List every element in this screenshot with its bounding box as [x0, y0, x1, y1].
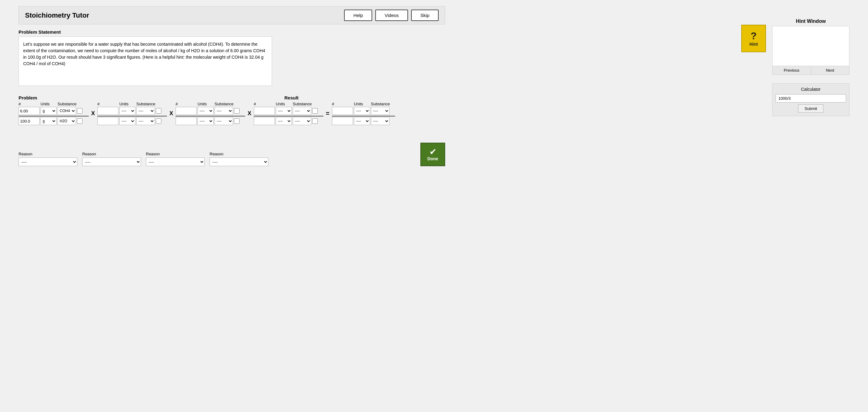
hint-prev-button[interactable]: Previous	[773, 66, 811, 74]
col-units-1: Units	[119, 102, 135, 106]
result-row2-subst[interactable]: ----COH4H2O	[371, 117, 390, 125]
frac2-row2-checkbox[interactable]	[234, 118, 240, 124]
calculator-title: Calculator	[776, 87, 846, 92]
col-units-3: Units	[276, 102, 292, 106]
frac3-row2-subst[interactable]: ----COH4H2O	[293, 117, 311, 125]
given-row2-subst[interactable]: H2OCOH4	[58, 117, 76, 125]
operator-x-3: X	[245, 110, 254, 117]
col-substance-0: Substance	[58, 102, 82, 106]
col-hash-1: #	[97, 102, 118, 106]
result-label: Result	[284, 95, 299, 100]
frac1-row2-subst[interactable]: ----COH4H2O	[136, 117, 155, 125]
hint-button-label: Hint	[749, 42, 757, 47]
frac3-row1-checkbox[interactable]	[312, 108, 318, 114]
col-hash-2: #	[176, 102, 196, 106]
app-header: Stoichiometry Tutor Help Videos Skip	[19, 6, 445, 24]
reason-select-2[interactable]: ----GivenMolar massUnit conversion	[82, 158, 141, 166]
frac3-row1-num[interactable]	[254, 107, 275, 115]
problem-statement-section: Problem Statement Let's suppose we are r…	[19, 29, 445, 86]
frac1-row1-unit[interactable]: ----gkgmol	[119, 107, 135, 115]
frac3-row2-unit[interactable]: ----gkgmol	[276, 117, 292, 125]
reason-select-1[interactable]: ----GivenMolar massUnit conversion	[19, 158, 77, 166]
result-row1-subst[interactable]: ----COH4H2O	[371, 107, 390, 115]
done-button[interactable]: ✔ Done	[421, 143, 445, 166]
hint-display-box	[772, 26, 849, 66]
col-units-2: Units	[197, 102, 214, 106]
hint-button[interactable]: ? Hint	[741, 25, 766, 52]
result-column: # Units Substance ----gkgmol ----COH4H2O	[332, 102, 395, 126]
question-mark-icon: ?	[748, 30, 759, 42]
result-row2-unit[interactable]: ----gkgmol	[354, 117, 370, 125]
given-row1-checkbox[interactable]	[77, 108, 83, 114]
result-row2-num[interactable]	[332, 117, 353, 125]
frac1-row1-checkbox[interactable]	[156, 108, 161, 114]
col-substance-2: Substance	[215, 102, 239, 106]
problem-statement-title: Problem Statement	[19, 29, 445, 35]
col-substance-result: Substance	[371, 102, 395, 106]
done-label: Done	[428, 156, 438, 161]
col-substance-1: Substance	[136, 102, 160, 106]
result-row1-unit[interactable]: ----gkgmol	[354, 107, 370, 115]
col-hash-result: #	[332, 102, 353, 106]
col-hash-0: #	[19, 102, 39, 106]
given-row1-unit[interactable]: gkgmol	[40, 107, 57, 115]
calculator-panel: Calculator Submit	[772, 83, 849, 116]
frac1-row1-subst[interactable]: ----COH4H2O	[136, 107, 155, 115]
skip-button[interactable]: Skip	[411, 9, 439, 21]
col-hash-3: #	[254, 102, 275, 106]
hint-next-button[interactable]: Next	[811, 66, 849, 74]
frac2-row2-subst[interactable]: ----COH4H2O	[215, 117, 233, 125]
frac1-row2-checkbox[interactable]	[156, 118, 161, 124]
reason-label-2: Reason	[82, 152, 141, 156]
operator-x-2: X	[167, 110, 176, 117]
done-checkmark-icon: ✔	[429, 148, 436, 156]
frac1-row2-unit[interactable]: ----gkgmol	[119, 117, 135, 125]
calculator-submit-button[interactable]: Submit	[798, 104, 824, 113]
frac1-row1-num[interactable]	[97, 107, 118, 115]
frac3-row1-unit[interactable]: ----gkgmol	[276, 107, 292, 115]
videos-button[interactable]: Videos	[375, 9, 408, 21]
frac3-row2-num[interactable]	[254, 117, 275, 125]
reason-group-2: Reason ----GivenMolar massUnit conversio…	[82, 152, 141, 166]
problem-result-section: Problem Result # Units Substance	[19, 95, 445, 166]
fraction-2-column: # Units Substance ----gkgmol ----COH	[176, 102, 245, 126]
frac1-row2-num[interactable]	[97, 117, 118, 125]
equals-operator: =	[323, 110, 332, 117]
given-row2-num[interactable]	[19, 117, 39, 125]
frac3-row2-checkbox[interactable]	[312, 118, 318, 124]
operator-x-1: X	[89, 110, 97, 117]
hint-button-container: ? Hint	[741, 25, 766, 52]
given-row1-subst[interactable]: COH4H2O	[58, 107, 76, 115]
given-row1-num[interactable]	[19, 107, 39, 115]
col-units-0: Units	[40, 102, 57, 106]
reason-label-4: Reason	[210, 152, 268, 156]
given-row2-unit[interactable]: gkgmol	[40, 117, 57, 125]
given-row2-checkbox[interactable]	[77, 118, 83, 124]
reason-group-4: Reason ----GivenMolar massUnit conversio…	[210, 152, 268, 166]
frac2-row1-checkbox[interactable]	[234, 108, 240, 114]
reason-label-1: Reason	[19, 152, 77, 156]
hint-nav-row: Previous Next	[772, 66, 849, 75]
result-row1-num[interactable]	[332, 107, 353, 115]
hint-window-title: Hint Window	[772, 19, 849, 24]
problem-text: Let's suppose we are responsible for a w…	[19, 36, 272, 86]
frac3-row1-subst[interactable]: ----COH4H2O	[293, 107, 311, 115]
hint-window: Hint Window Previous Next	[772, 19, 849, 75]
frac2-row1-unit[interactable]: ----gkgmol	[197, 107, 214, 115]
help-button[interactable]: Help	[344, 9, 372, 21]
frac2-row2-unit[interactable]: ----gkgmol	[197, 117, 214, 125]
frac2-row1-subst[interactable]: ----COH4H2O	[215, 107, 233, 115]
problem-label: Problem	[19, 95, 37, 100]
reason-group-1: Reason ----GivenMolar massUnit conversio…	[19, 152, 77, 166]
calculator-input[interactable]	[776, 94, 846, 103]
col-units-result: Units	[354, 102, 370, 106]
frac2-row1-num[interactable]	[176, 107, 196, 115]
given-column: # Units Substance gkgmol COH4H2O	[19, 102, 89, 126]
frac2-row2-num[interactable]	[176, 117, 196, 125]
fraction-3-column: # Units Substance ----gkgmol ----COH	[254, 102, 323, 126]
reason-select-4[interactable]: ----GivenMolar massUnit conversion	[210, 158, 268, 166]
reason-label-3: Reason	[146, 152, 205, 156]
fraction-1-column: # Units Substance ----gkgmol ----COH	[97, 102, 167, 126]
reason-group-3: Reason ----GivenMolar massUnit conversio…	[146, 152, 205, 166]
reason-select-3[interactable]: ----GivenMolar massUnit conversion	[146, 158, 205, 166]
